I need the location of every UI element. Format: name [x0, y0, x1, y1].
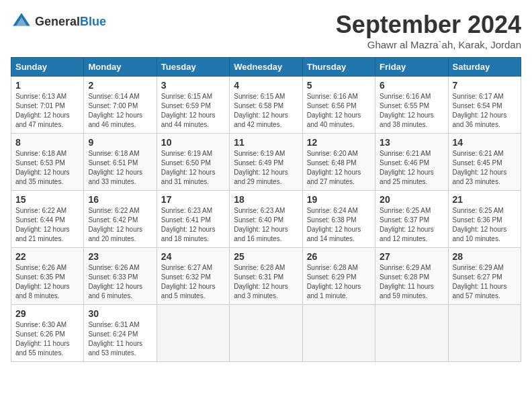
day-cell: 2Sunrise: 6:14 AMSunset: 7:00 PMDaylight…	[84, 77, 157, 134]
day-number: 12	[307, 137, 371, 148]
col-header-sunday: Sunday	[11, 58, 84, 77]
day-number: 30	[88, 308, 152, 319]
day-number: 9	[88, 137, 152, 148]
day-number: 28	[453, 251, 517, 262]
header-row: SundayMondayTuesdayWednesdayThursdayFrid…	[11, 58, 521, 77]
logo-blue: Blue	[80, 15, 106, 28]
day-cell: 6Sunrise: 6:16 AMSunset: 6:55 PMDaylight…	[375, 77, 448, 134]
day-number: 13	[380, 137, 443, 148]
day-cell: 7Sunrise: 6:17 AMSunset: 6:54 PMDaylight…	[448, 77, 521, 134]
day-number: 2	[88, 80, 152, 91]
day-info: Sunrise: 6:21 AMSunset: 6:46 PMDaylight:…	[380, 149, 443, 187]
day-info: Sunrise: 6:19 AMSunset: 6:49 PMDaylight:…	[234, 149, 298, 187]
week-row-2: 8Sunrise: 6:18 AMSunset: 6:53 PMDaylight…	[11, 134, 521, 191]
day-cell: 8Sunrise: 6:18 AMSunset: 6:53 PMDaylight…	[11, 134, 84, 191]
day-info: Sunrise: 6:20 AMSunset: 6:48 PMDaylight:…	[307, 149, 371, 187]
day-cell: 25Sunrise: 6:28 AMSunset: 6:31 PMDayligh…	[230, 248, 302, 305]
day-number: 1	[15, 80, 79, 91]
day-info: Sunrise: 6:30 AMSunset: 6:26 PMDaylight:…	[15, 320, 79, 358]
day-cell: 22Sunrise: 6:26 AMSunset: 6:35 PMDayligh…	[11, 248, 84, 305]
day-info: Sunrise: 6:31 AMSunset: 6:24 PMDaylight:…	[88, 320, 152, 358]
day-cell	[302, 305, 375, 362]
day-number: 26	[307, 251, 371, 262]
day-cell	[230, 305, 302, 362]
day-cell: 5Sunrise: 6:16 AMSunset: 6:56 PMDaylight…	[302, 77, 375, 134]
day-number: 21	[453, 194, 517, 205]
day-cell: 23Sunrise: 6:26 AMSunset: 6:33 PMDayligh…	[84, 248, 157, 305]
col-header-saturday: Saturday	[448, 58, 521, 77]
col-header-friday: Friday	[375, 58, 448, 77]
week-row-1: 1Sunrise: 6:13 AMSunset: 7:01 PMDaylight…	[11, 77, 521, 134]
day-info: Sunrise: 6:23 AMSunset: 6:41 PMDaylight:…	[161, 206, 225, 244]
day-cell: 21Sunrise: 6:25 AMSunset: 6:36 PMDayligh…	[448, 191, 521, 248]
day-cell: 27Sunrise: 6:29 AMSunset: 6:28 PMDayligh…	[375, 248, 448, 305]
day-number: 8	[15, 137, 79, 148]
month-title: September 2024	[336, 11, 521, 39]
day-cell: 14Sunrise: 6:21 AMSunset: 6:45 PMDayligh…	[448, 134, 521, 191]
day-info: Sunrise: 6:23 AMSunset: 6:40 PMDaylight:…	[234, 206, 298, 244]
day-number: 6	[380, 80, 443, 91]
day-cell: 4Sunrise: 6:15 AMSunset: 6:58 PMDaylight…	[230, 77, 302, 134]
logo-general: General	[35, 15, 80, 28]
day-info: Sunrise: 6:15 AMSunset: 6:59 PMDaylight:…	[161, 92, 225, 130]
day-cell: 12Sunrise: 6:20 AMSunset: 6:48 PMDayligh…	[302, 134, 375, 191]
day-number: 19	[307, 194, 371, 205]
day-info: Sunrise: 6:26 AMSunset: 6:35 PMDaylight:…	[15, 263, 79, 301]
week-row-5: 29Sunrise: 6:30 AMSunset: 6:26 PMDayligh…	[11, 305, 521, 362]
day-number: 20	[380, 194, 443, 205]
day-info: Sunrise: 6:25 AMSunset: 6:36 PMDaylight:…	[453, 206, 517, 244]
day-info: Sunrise: 6:22 AMSunset: 6:42 PMDaylight:…	[88, 206, 152, 244]
day-cell: 20Sunrise: 6:25 AMSunset: 6:37 PMDayligh…	[375, 191, 448, 248]
day-number: 3	[161, 80, 225, 91]
day-info: Sunrise: 6:17 AMSunset: 6:54 PMDaylight:…	[453, 92, 517, 130]
day-cell: 11Sunrise: 6:19 AMSunset: 6:49 PMDayligh…	[230, 134, 302, 191]
day-info: Sunrise: 6:28 AMSunset: 6:29 PMDaylight:…	[307, 263, 371, 301]
day-info: Sunrise: 6:16 AMSunset: 6:55 PMDaylight:…	[380, 92, 443, 130]
location-title: Ghawr al Mazra`ah, Karak, Jordan	[336, 39, 521, 50]
day-number: 4	[234, 80, 298, 91]
day-cell: 26Sunrise: 6:28 AMSunset: 6:29 PMDayligh…	[302, 248, 375, 305]
calendar-table: SundayMondayTuesdayWednesdayThursdayFrid…	[11, 57, 521, 362]
day-cell: 28Sunrise: 6:29 AMSunset: 6:27 PMDayligh…	[448, 248, 521, 305]
day-number: 18	[234, 194, 298, 205]
day-info: Sunrise: 6:21 AMSunset: 6:45 PMDaylight:…	[453, 149, 517, 187]
day-number: 22	[15, 251, 79, 262]
day-number: 23	[88, 251, 152, 262]
day-cell: 3Sunrise: 6:15 AMSunset: 6:59 PMDaylight…	[157, 77, 229, 134]
col-header-wednesday: Wednesday	[230, 58, 302, 77]
title-block: September 2024 Ghawr al Mazra`ah, Karak,…	[336, 11, 521, 50]
col-header-tuesday: Tuesday	[157, 58, 229, 77]
day-cell: 9Sunrise: 6:18 AMSunset: 6:51 PMDaylight…	[84, 134, 157, 191]
day-cell: 10Sunrise: 6:19 AMSunset: 6:50 PMDayligh…	[157, 134, 229, 191]
day-number: 16	[88, 194, 152, 205]
day-cell: 18Sunrise: 6:23 AMSunset: 6:40 PMDayligh…	[230, 191, 302, 248]
day-number: 27	[380, 251, 443, 262]
day-info: Sunrise: 6:28 AMSunset: 6:31 PMDaylight:…	[234, 263, 298, 301]
day-cell: 13Sunrise: 6:21 AMSunset: 6:46 PMDayligh…	[375, 134, 448, 191]
day-cell	[157, 305, 229, 362]
day-number: 24	[161, 251, 225, 262]
day-cell: 29Sunrise: 6:30 AMSunset: 6:26 PMDayligh…	[11, 305, 84, 362]
day-number: 11	[234, 137, 298, 148]
day-cell: 1Sunrise: 6:13 AMSunset: 7:01 PMDaylight…	[11, 77, 84, 134]
day-info: Sunrise: 6:29 AMSunset: 6:28 PMDaylight:…	[380, 263, 443, 301]
day-cell: 30Sunrise: 6:31 AMSunset: 6:24 PMDayligh…	[84, 305, 157, 362]
day-info: Sunrise: 6:18 AMSunset: 6:53 PMDaylight:…	[15, 149, 79, 187]
day-info: Sunrise: 6:25 AMSunset: 6:37 PMDaylight:…	[380, 206, 443, 244]
day-cell	[448, 305, 521, 362]
day-number: 15	[15, 194, 79, 205]
day-info: Sunrise: 6:13 AMSunset: 7:01 PMDaylight:…	[15, 92, 79, 130]
day-info: Sunrise: 6:18 AMSunset: 6:51 PMDaylight:…	[88, 149, 152, 187]
col-header-monday: Monday	[84, 58, 157, 77]
day-info: Sunrise: 6:27 AMSunset: 6:32 PMDaylight:…	[161, 263, 225, 301]
day-cell: 17Sunrise: 6:23 AMSunset: 6:41 PMDayligh…	[157, 191, 229, 248]
logo-icon	[11, 11, 32, 32]
day-number: 25	[234, 251, 298, 262]
day-number: 29	[15, 308, 79, 319]
day-cell: 24Sunrise: 6:27 AMSunset: 6:32 PMDayligh…	[157, 248, 229, 305]
day-info: Sunrise: 6:15 AMSunset: 6:58 PMDaylight:…	[234, 92, 298, 130]
day-info: Sunrise: 6:26 AMSunset: 6:33 PMDaylight:…	[88, 263, 152, 301]
page-header: GeneralBlue September 2024 Ghawr al Mazr…	[11, 11, 521, 50]
day-cell	[375, 305, 448, 362]
day-info: Sunrise: 6:16 AMSunset: 6:56 PMDaylight:…	[307, 92, 371, 130]
